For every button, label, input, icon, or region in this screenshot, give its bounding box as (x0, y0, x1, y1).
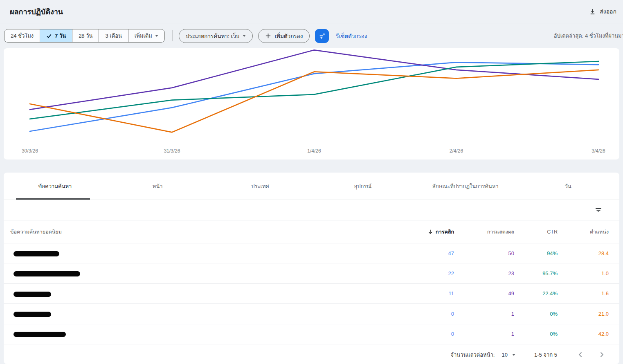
redacted-query (13, 292, 51, 297)
tab-dates-label: วัน (565, 182, 571, 191)
x-tick-label: 1/4/26 (307, 148, 321, 154)
app-header: ผลการปฏิบัติงาน ส่งออก (0, 0, 623, 23)
filter-icon (595, 207, 602, 214)
pagination-bar: จำนวนแถวต่อหน้า: 10 1-5 จาก 5 (4, 345, 619, 364)
export-label: ส่งออก (600, 7, 616, 16)
query-cell (10, 290, 389, 297)
prev-page-button[interactable] (575, 349, 586, 360)
tab-devices-label: อุปกรณ์ (354, 182, 371, 191)
col-impressions[interactable]: การแสดงผล (454, 228, 514, 236)
range-24h-label: 24 ชั่วโมง (11, 31, 34, 40)
add-filter-label: เพิ่มตัวกรอง (274, 31, 303, 40)
col-clicks-label: การคลิก (436, 228, 454, 236)
col-clicks[interactable]: การคลิก (389, 228, 454, 236)
chart-line-การแสดงผล (30, 50, 598, 109)
table-row[interactable]: 0 1 0% 21.0 (4, 304, 619, 324)
queries-table-card: ข้อความค้นหา หน้า ประเทศ อุปกรณ์ ลักษณะท… (4, 173, 619, 364)
date-range-segmented-control: 24 ชั่วโมง 7 วัน 28 วัน 3 เดือน เพิ่มเติ… (4, 29, 165, 43)
impressions-value: 1 (454, 311, 514, 317)
performance-chart-card: 30/3/26 31/3/26 1/4/26 2/4/26 3/4/26 (4, 48, 619, 160)
x-tick-label: 31/3/26 (164, 148, 180, 154)
impressions-value: 49 (454, 290, 514, 297)
range-7d-button[interactable]: 7 วัน (40, 29, 72, 42)
plus-icon (265, 33, 271, 39)
export-button[interactable]: ส่งออก (586, 4, 620, 18)
query-cell (10, 270, 389, 276)
col-position[interactable]: ตำแหน่ง (558, 228, 609, 236)
x-tick-label: 3/4/26 (592, 148, 605, 154)
rows-per-page-label: จำนวนแถวต่อหน้า: (450, 351, 495, 359)
range-24h-button[interactable]: 24 ชั่วโมง (4, 29, 40, 42)
chart-line-CTR (30, 61, 598, 119)
tab-countries-label: ประเทศ (251, 182, 269, 191)
sort-desc-icon (427, 229, 433, 235)
check-icon (46, 33, 52, 39)
impressions-value: 1 (454, 331, 514, 337)
table-filter-button[interactable] (592, 204, 605, 216)
add-filter-chip[interactable]: เพิ่มตัวกรอง (258, 29, 310, 43)
position-value: 28.4 (558, 250, 609, 256)
impressions-value: 50 (454, 250, 514, 256)
clicks-value: 47 (389, 250, 454, 256)
sparkle-filter-icon (318, 32, 326, 40)
tab-search-appearance[interactable]: ลักษณะที่ปรากฏในการค้นหา (414, 173, 517, 200)
query-cell (10, 250, 389, 256)
toolbar-divider (172, 30, 173, 41)
range-7d-label: 7 วัน (55, 31, 66, 40)
range-more-button[interactable]: เพิ่มเติม (128, 29, 164, 42)
col-ctr[interactable]: CTR (514, 229, 558, 235)
filters-toolbar: 24 ชั่วโมง 7 วัน 28 วัน 3 เดือน เพิ่มเติ… (0, 23, 623, 48)
last-updated-text: อัปเดตล่าสุด: 4 ชั่วโมงที่ผ่านมา (554, 31, 623, 40)
dimension-tabs: ข้อความค้นหา หน้า ประเทศ อุปกรณ์ ลักษณะท… (4, 173, 619, 200)
next-page-button[interactable] (596, 349, 607, 360)
x-tick-label: 2/4/26 (450, 148, 463, 154)
chevron-down-icon (155, 35, 158, 37)
tab-devices[interactable]: อุปกรณ์ (311, 173, 414, 200)
chevron-right-icon (598, 351, 605, 358)
table-row[interactable]: 22 23 95.7% 1.0 (4, 263, 619, 283)
tab-queries[interactable]: ข้อความค้นหา (4, 173, 106, 200)
clicks-value: 22 (389, 270, 454, 276)
x-tick-label: 30/3/26 (22, 148, 38, 154)
redacted-query (13, 332, 66, 337)
table-row[interactable]: 47 50 94% 28.4 (4, 243, 619, 263)
query-cell (10, 331, 389, 337)
chevron-down-icon (243, 35, 246, 37)
download-icon (589, 8, 596, 15)
position-value: 1.0 (558, 270, 609, 276)
search-type-chip[interactable]: ประเภทการค้นหา: เว็บ (179, 29, 253, 43)
reset-filters-link[interactable]: รีเซ็ตตัวกรอง (336, 31, 367, 40)
tab-search-appearance-label: ลักษณะที่ปรากฏในการค้นหา (432, 182, 499, 191)
clicks-value: 11 (389, 290, 454, 297)
line-chart[interactable] (4, 48, 619, 151)
tab-countries[interactable]: ประเทศ (209, 173, 312, 200)
search-type-label: ประเภทการค้นหา: เว็บ (186, 31, 240, 40)
table-header-row: ข้อความค้นหายอดนิยม การคลิก การแสดงผล CT… (4, 220, 619, 243)
tab-pages[interactable]: หน้า (106, 173, 209, 200)
table-row[interactable]: 0 1 0% 42.0 (4, 324, 619, 344)
range-28d-button[interactable]: 28 วัน (72, 29, 99, 42)
chevron-down-icon (512, 354, 515, 356)
clicks-value: 0 (389, 331, 454, 337)
smart-filter-button[interactable] (315, 29, 329, 43)
ctr-value: 22.4% (514, 290, 558, 297)
tab-dates[interactable]: วัน (517, 173, 619, 200)
range-3m-label: 3 เดือน (105, 31, 121, 40)
col-top-queries: ข้อความค้นหายอดนิยม (10, 228, 389, 236)
tab-pages-label: หน้า (153, 182, 163, 191)
chart-line-ตำแหน่ง (30, 70, 598, 132)
range-3m-button[interactable]: 3 เดือน (99, 29, 128, 42)
position-value: 42.0 (558, 331, 609, 337)
redacted-query (13, 251, 59, 256)
range-28d-label: 28 วัน (79, 31, 92, 40)
ctr-value: 95.7% (514, 270, 558, 276)
range-more-label: เพิ่มเติม (135, 31, 152, 40)
redacted-query (13, 312, 51, 317)
chevron-left-icon (577, 351, 584, 358)
table-row[interactable]: 11 49 22.4% 1.6 (4, 284, 619, 304)
rows-per-page-value: 10 (502, 352, 508, 358)
rows-per-page-select[interactable]: 10 (502, 352, 515, 358)
table-toolbar (4, 200, 619, 220)
position-value: 1.6 (558, 290, 609, 297)
position-value: 21.0 (558, 311, 609, 317)
